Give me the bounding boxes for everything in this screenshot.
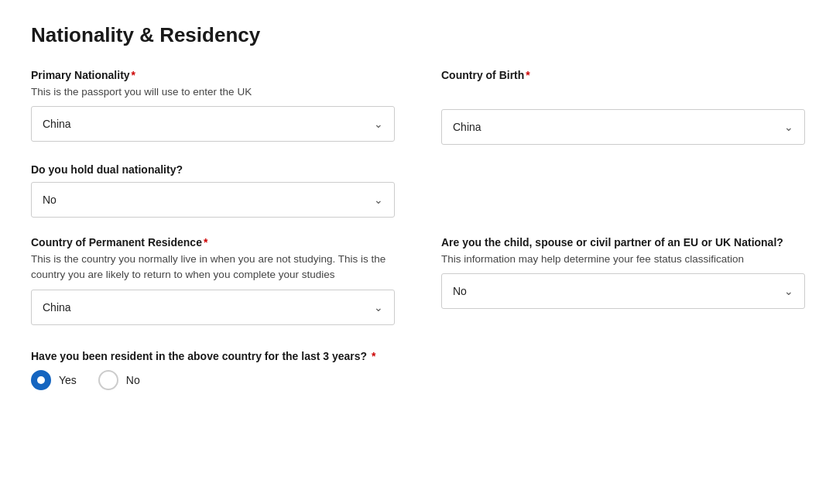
resident-3years-no-label: No bbox=[126, 374, 140, 386]
radio-no-icon[interactable] bbox=[98, 370, 118, 390]
resident-3years-yes-label: Yes bbox=[59, 374, 77, 386]
primary-nationality-select[interactable]: China United Kingdom United States Other bbox=[43, 118, 383, 130]
eu-partner-select-wrapper[interactable]: No Yes ⌄ bbox=[441, 273, 805, 309]
required-star: * bbox=[526, 69, 529, 81]
required-star: * bbox=[368, 350, 375, 362]
resident-3years-section: Have you been resident in the above coun… bbox=[31, 350, 805, 390]
country-of-birth-section: Country of Birth* China United Kingdom U… bbox=[441, 69, 805, 145]
resident-3years-no-option[interactable]: No bbox=[98, 370, 140, 390]
resident-3years-label: Have you been resident in the above coun… bbox=[31, 350, 805, 362]
dual-nationality-empty bbox=[441, 163, 805, 218]
resident-3years-radio-group: Yes No bbox=[31, 370, 805, 390]
primary-nationality-label: Primary Nationality* bbox=[31, 69, 395, 81]
country-permanent-residence-label: Country of Permanent Residence* bbox=[31, 236, 395, 249]
dual-nationality-section: Do you hold dual nationality? No Yes ⌄ bbox=[31, 163, 395, 218]
country-of-birth-select-wrapper[interactable]: China United Kingdom United States Other… bbox=[441, 109, 805, 145]
eu-partner-section: Are you the child, spouse or civil partn… bbox=[441, 236, 805, 325]
eu-partner-label: Are you the child, spouse or civil partn… bbox=[441, 236, 805, 249]
country-permanent-residence-select-wrapper[interactable]: China United Kingdom United States Other… bbox=[31, 290, 395, 325]
radio-yes-icon[interactable] bbox=[31, 370, 51, 390]
resident-3years-yes-option[interactable]: Yes bbox=[31, 370, 77, 390]
dual-nationality-select-wrapper[interactable]: No Yes ⌄ bbox=[31, 182, 395, 218]
eu-partner-select[interactable]: No Yes bbox=[453, 285, 793, 297]
dual-nationality-select[interactable]: No Yes bbox=[43, 194, 383, 206]
required-star: * bbox=[204, 236, 207, 249]
country-of-birth-label: Country of Birth* bbox=[441, 69, 805, 81]
page-title: Nationality & Residency bbox=[31, 23, 805, 47]
country-of-birth-select[interactable]: China United Kingdom United States Other bbox=[453, 121, 793, 133]
dual-nationality-label: Do you hold dual nationality? bbox=[31, 163, 395, 176]
primary-nationality-hint: This is the passport you will use to ent… bbox=[31, 84, 395, 100]
eu-partner-hint: This information may help determine your… bbox=[441, 252, 805, 267]
country-permanent-residence-hint: This is the country you normally live in… bbox=[31, 252, 395, 283]
country-permanent-residence-select[interactable]: China United Kingdom United States Other bbox=[43, 301, 383, 314]
primary-nationality-select-wrapper[interactable]: China United Kingdom United States Other… bbox=[31, 106, 395, 142]
country-permanent-residence-section: Country of Permanent Residence* This is … bbox=[31, 236, 395, 325]
primary-nationality-section: Primary Nationality* This is the passpor… bbox=[31, 69, 395, 145]
required-star: * bbox=[132, 69, 135, 81]
